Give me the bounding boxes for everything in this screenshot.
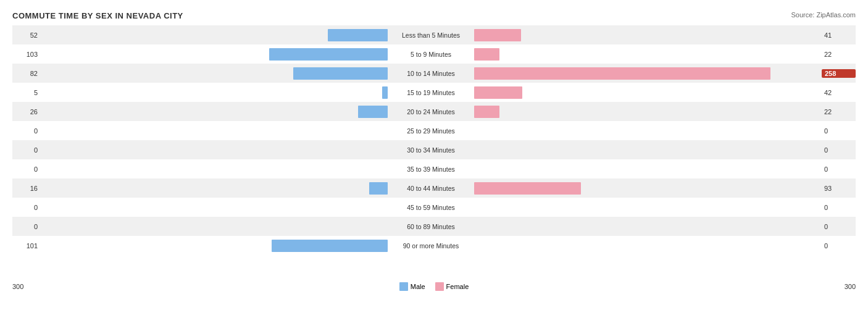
male-value: 82 <box>12 70 40 77</box>
row-label: 30 to 34 Minutes <box>388 146 474 154</box>
male-value: 52 <box>12 31 40 39</box>
bars-area: 52 Less than 5 Minutes 41 103 5 to 9 Min… <box>12 25 856 279</box>
male-label: Male <box>411 283 425 290</box>
bar-section: 15 to 19 Minutes <box>40 83 822 102</box>
male-bar-wrap <box>40 162 388 176</box>
row-label: 25 to 29 Minutes <box>388 127 474 135</box>
female-bar-wrap <box>474 162 822 176</box>
female-value: 42 <box>822 89 856 96</box>
female-value: 258 <box>822 69 856 78</box>
row-label: 90 or more Minutes <box>388 242 474 250</box>
male-bar-wrap <box>40 220 388 233</box>
female-swatch <box>435 282 444 291</box>
female-bar <box>474 106 499 118</box>
bar-section: 10 to 14 Minutes <box>40 64 822 83</box>
bar-section: 60 to 89 Minutes <box>40 217 822 236</box>
female-bar-wrap <box>474 67 822 80</box>
table-row: 0 30 to 34 Minutes 0 <box>12 140 856 159</box>
male-value: 101 <box>12 242 40 250</box>
axis-max-label: 300 <box>845 283 856 290</box>
male-value: 0 <box>12 166 40 173</box>
bar-section: 45 to 59 Minutes <box>40 198 822 217</box>
male-value: 16 <box>12 185 40 192</box>
bar-section: 25 to 29 Minutes <box>40 121 822 140</box>
female-bar-wrap <box>474 86 822 99</box>
female-value: 0 <box>822 166 856 173</box>
female-bar-wrap <box>474 239 822 253</box>
female-bar-wrap <box>474 28 822 42</box>
female-bar-wrap <box>474 143 822 157</box>
male-value: 26 <box>12 108 40 115</box>
row-label: Less than 5 Minutes <box>388 31 474 39</box>
row-label: 15 to 19 Minutes <box>388 89 474 96</box>
male-bar-wrap <box>40 28 388 42</box>
male-bar-wrap <box>40 105 388 119</box>
male-value: 103 <box>12 51 40 58</box>
female-bar-wrap <box>474 105 822 119</box>
female-value: 0 <box>822 127 856 135</box>
row-label: 35 to 39 Minutes <box>388 166 474 173</box>
table-row: 0 25 to 29 Minutes 0 <box>12 121 856 140</box>
table-row: 82 10 to 14 Minutes 258 <box>12 64 856 83</box>
bar-section: 35 to 39 Minutes <box>40 159 822 178</box>
bar-section: 90 or more Minutes <box>40 236 822 255</box>
female-bar <box>474 67 770 80</box>
female-bar <box>474 182 581 195</box>
row-label: 10 to 14 Minutes <box>388 70 474 77</box>
male-bar-wrap <box>40 239 388 253</box>
chart-title: COMMUTE TIME BY SEX IN NEVADA CITY <box>12 11 856 20</box>
female-label: Female <box>446 283 469 290</box>
bar-section: 40 to 44 Minutes <box>40 178 822 198</box>
female-bar <box>474 48 499 61</box>
source-text: Source: ZipAtlas.com <box>791 11 856 19</box>
bar-section: Less than 5 Minutes <box>40 25 822 44</box>
row-label: 60 to 89 Minutes <box>388 223 474 230</box>
table-row: 101 90 or more Minutes 0 <box>12 236 856 255</box>
bar-section: 30 to 34 Minutes <box>40 140 822 159</box>
female-value: 22 <box>822 51 856 58</box>
female-value: 41 <box>822 31 856 39</box>
female-bar <box>474 29 521 41</box>
female-bar-wrap <box>474 201 822 214</box>
male-value: 5 <box>12 89 40 96</box>
male-bar <box>272 240 388 252</box>
axis-min-label: 300 <box>12 283 23 290</box>
male-bar-wrap <box>40 67 388 80</box>
male-bar-wrap <box>40 143 388 157</box>
female-value: 0 <box>822 204 856 211</box>
male-value: 0 <box>12 146 40 154</box>
legend: Male Female <box>399 282 469 291</box>
male-bar <box>269 48 388 61</box>
table-row: 52 Less than 5 Minutes 41 <box>12 25 856 44</box>
chart-container: COMMUTE TIME BY SEX IN NEVADA CITY Sourc… <box>0 0 868 323</box>
male-value: 0 <box>12 223 40 230</box>
male-swatch <box>399 282 408 291</box>
female-value: 93 <box>822 185 856 192</box>
bar-section: 20 to 24 Minutes <box>40 102 822 121</box>
row-label: 20 to 24 Minutes <box>388 108 474 115</box>
male-bar <box>382 86 388 99</box>
table-row: 0 35 to 39 Minutes 0 <box>12 159 856 178</box>
female-value: 0 <box>822 146 856 154</box>
table-row: 0 60 to 89 Minutes 0 <box>12 217 856 236</box>
row-label: 45 to 59 Minutes <box>388 204 474 211</box>
male-bar-wrap <box>40 182 388 195</box>
male-bar-wrap <box>40 201 388 214</box>
female-bar-wrap <box>474 124 822 138</box>
male-value: 0 <box>12 127 40 135</box>
row-label: 40 to 44 Minutes <box>388 185 474 192</box>
table-row: 5 15 to 19 Minutes 42 <box>12 83 856 102</box>
row-label: 5 to 9 Minutes <box>388 51 474 58</box>
male-bar <box>369 182 388 195</box>
female-bar <box>474 86 522 99</box>
male-bar <box>293 67 388 80</box>
male-value: 0 <box>12 204 40 211</box>
table-row: 0 45 to 59 Minutes 0 <box>12 198 856 217</box>
female-value: 0 <box>822 223 856 230</box>
table-row: 103 5 to 9 Minutes 22 <box>12 44 856 64</box>
male-bar-wrap <box>40 124 388 138</box>
male-bar-wrap <box>40 86 388 99</box>
table-row: 26 20 to 24 Minutes 22 <box>12 102 856 121</box>
bar-section: 5 to 9 Minutes <box>40 44 822 64</box>
male-bar <box>358 106 388 118</box>
